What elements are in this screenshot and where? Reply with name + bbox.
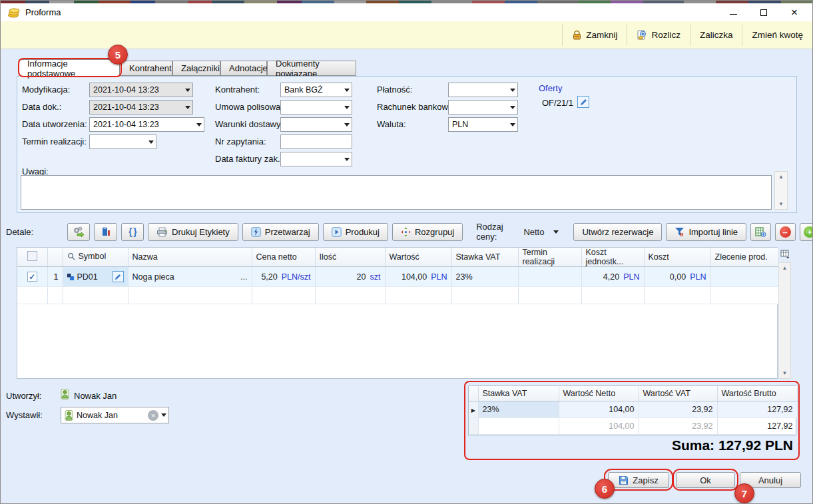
col-koszt-jednostkowy[interactable]: Koszt jednostk... <box>581 248 644 267</box>
ilosc-value: 20 <box>357 272 366 282</box>
col-ilosc[interactable]: Ilość <box>315 248 385 267</box>
col-koszt[interactable]: Koszt <box>644 248 710 267</box>
minimize-button[interactable] <box>718 3 748 21</box>
oferta-number[interactable]: OF/21/1 <box>542 98 573 108</box>
sum-col-stawka-vat: Stawka VAT <box>478 386 559 401</box>
nr-zapytania-input[interactable] <box>280 134 352 149</box>
drukuj-etykiety-button[interactable]: Drukuj Etykiety <box>148 223 238 241</box>
detale-label: Detale: <box>6 227 33 237</box>
chevron-down-icon[interactable] <box>342 83 352 97</box>
data-faktury-combo[interactable] <box>280 152 352 166</box>
col-cena-netto[interactable]: Cena netto <box>252 248 315 267</box>
braces-button[interactable]: { } <box>121 223 144 241</box>
label-jug-button[interactable] <box>94 223 117 241</box>
app-coins-icon <box>7 7 20 19</box>
rachunek-bankowy-combo[interactable] <box>448 100 518 115</box>
vat-summary-table: Stawka VAT Wartość Netto Wartość VAT War… <box>468 385 796 435</box>
select-all-checkbox[interactable] <box>27 251 37 261</box>
termin-realizacji-combo[interactable] <box>89 134 156 149</box>
uwagi-scrollbar[interactable]: ▲ ▼ <box>774 171 788 210</box>
chevron-down-icon[interactable] <box>342 101 352 114</box>
col-wartosc[interactable]: Wartość <box>385 248 451 267</box>
tab-kontrahent[interactable]: Kontrahent <box>121 61 172 76</box>
nazwa-ellipsis-button[interactable]: ... <box>240 272 247 282</box>
chevron-down-icon[interactable] <box>182 101 192 114</box>
tab-zalaczniki[interactable]: Załączniki <box>172 61 220 76</box>
annotation-badge-6: 6 <box>595 479 615 499</box>
clear-icon[interactable]: × <box>148 410 158 421</box>
process-gears-button[interactable] <box>67 223 90 241</box>
oferty-link[interactable]: Oferty <box>539 83 562 93</box>
col-nazwa[interactable]: Nazwa <box>128 248 252 267</box>
tab-adnotacje[interactable]: Adnotacje <box>220 61 267 76</box>
col-termin-realizacji[interactable]: Termin realizacji <box>518 248 581 267</box>
chevron-down-icon[interactable] <box>194 118 204 131</box>
chevron-down-icon[interactable] <box>146 135 156 148</box>
chevron-down-icon[interactable] <box>182 83 192 97</box>
przetwarzaj-button[interactable]: Przetwarzaj <box>242 223 319 241</box>
zamknij-button[interactable]: Zamknij <box>563 21 627 49</box>
delete-row-button[interactable]: – <box>775 223 796 241</box>
tab-label: Kontrahent <box>129 63 172 73</box>
modyfikacja-combo[interactable]: 2021-10-04 13:23 <box>89 83 193 97</box>
tab-label: Załączniki <box>181 63 220 73</box>
data-dok-combo[interactable]: 2021-10-04 13:23 <box>89 100 193 115</box>
importuj-linie-button[interactable]: Importuj linie <box>666 223 746 241</box>
scroll-up-icon[interactable]: ▲ <box>782 263 788 273</box>
rozlicz-button[interactable]: Rozlicz <box>627 21 690 49</box>
grid-new-row[interactable] <box>17 287 778 304</box>
umowa-polisowa-combo[interactable] <box>280 100 352 115</box>
pencil-icon <box>115 274 121 280</box>
close-button[interactable]: × <box>779 3 810 21</box>
zapisz-button[interactable]: Zapisz <box>608 472 669 488</box>
chevron-down-icon[interactable] <box>507 83 517 97</box>
col-symbol[interactable]: Symbol <box>79 252 107 261</box>
oferta-edit-button[interactable] <box>577 96 589 108</box>
add-row-button[interactable]: + <box>800 223 813 241</box>
window-title: Proforma <box>25 7 61 17</box>
col-zlecenie-prod[interactable]: Zlecenie prod. <box>710 248 778 267</box>
wystawil-combo[interactable]: Nowak Jan × <box>61 407 169 423</box>
ok-button[interactable]: Ok <box>676 472 735 488</box>
chevron-down-icon[interactable] <box>158 407 168 423</box>
utworz-rezerwacje-button[interactable]: Utwórz rezerwacje <box>573 223 662 241</box>
row-checkbox[interactable]: ✓ <box>27 272 37 282</box>
grid-data-row[interactable]: ✓ 1 PD01 <box>17 267 778 287</box>
cena-unit: PLN/szt <box>282 272 311 282</box>
scroll-down-icon[interactable]: ▼ <box>778 199 784 209</box>
data-utworzenia-value: 2021-10-04 13:23 <box>93 120 194 129</box>
chevron-down-icon[interactable] <box>507 118 517 131</box>
column-chooser-icon <box>780 250 790 259</box>
anuluj-label: Anuluj <box>758 475 782 485</box>
tab-dokumenty-powiazane[interactable]: Dokumenty powiązane <box>267 61 356 76</box>
summary-row[interactable]: ▶ 23% 104,00 23,92 127,92 <box>469 401 797 417</box>
koszt-jedn-unit: PLN <box>623 272 639 282</box>
uwagi-textarea[interactable] <box>21 175 772 210</box>
rodzaj-ceny-combo[interactable]: Netto <box>523 227 559 237</box>
scroll-down-icon[interactable]: ▼ <box>782 368 788 378</box>
tab-informacje-podstawowe[interactable]: Informacje podstawowe <box>19 59 120 77</box>
utworzyl-value: Nowak Jan <box>74 391 117 401</box>
row-indicator-icon: ▶ <box>471 407 475 413</box>
kontrahent-combo[interactable]: Bank BGŻ <box>280 83 352 97</box>
produkuj-button[interactable]: Produkuj <box>323 223 388 241</box>
data-utworzenia-combo[interactable]: 2021-10-04 13:23 <box>89 117 204 132</box>
export-excel-button[interactable] <box>750 223 771 241</box>
platnosc-combo[interactable] <box>448 83 518 97</box>
waluta-combo[interactable]: PLN <box>448 117 518 132</box>
cena-value: 5,20 <box>261 272 277 282</box>
rozgrupuj-button[interactable]: Rozgrupuj <box>392 223 463 241</box>
zaliczka-button[interactable]: Zaliczka <box>690 21 742 49</box>
tab-label: Informacje podstawowe <box>27 59 111 79</box>
col-stawka-vat[interactable]: Stawka VAT <box>451 248 518 267</box>
column-chooser-button[interactable] <box>779 248 791 260</box>
warunki-dostawy-combo[interactable] <box>280 117 352 132</box>
scroll-up-icon[interactable]: ▲ <box>778 172 784 182</box>
chevron-down-icon[interactable] <box>507 101 517 114</box>
zmien-kwote-button[interactable]: Zmień kwotę <box>742 21 812 49</box>
grid-scrollbar[interactable]: ▲ ▼ <box>778 262 791 379</box>
row-edit-button[interactable] <box>113 271 124 282</box>
chevron-down-icon[interactable] <box>342 152 352 166</box>
chevron-down-icon[interactable] <box>342 118 352 131</box>
maximize-button[interactable] <box>748 3 779 21</box>
